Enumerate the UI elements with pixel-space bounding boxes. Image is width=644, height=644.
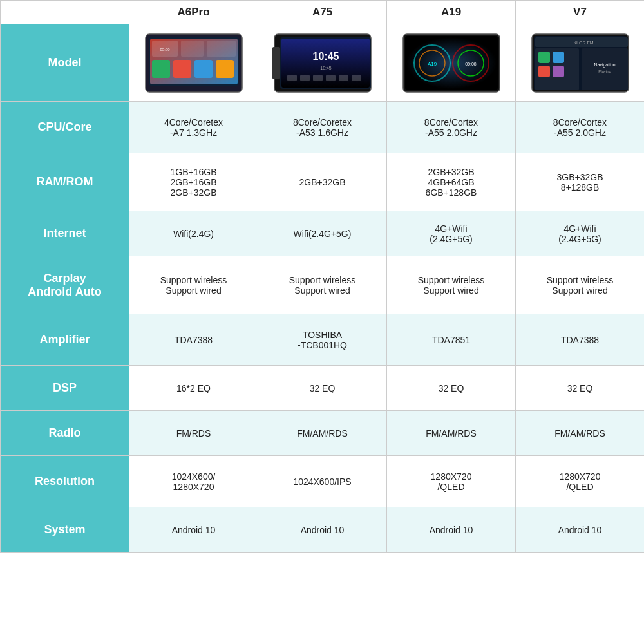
product-img-a75: 10:45 18:45: [271, 31, 374, 95]
a19-svg: A19 09:08: [400, 31, 503, 95]
cpu-col1: 4Core/Coretex -A7 1.3GHz: [129, 102, 258, 153]
product-img-a6pro: 93:30: [142, 31, 245, 95]
ram-col2: 2GB+32GB: [258, 153, 387, 211]
a75-svg: 10:45 18:45: [271, 31, 374, 95]
svg-rect-38: [538, 52, 550, 63]
svg-text:A19: A19: [427, 61, 437, 67]
resolution-col4: 1280X720 /QLED: [516, 456, 645, 507]
header-row: A6Pro A75 A19 V7: [1, 1, 645, 24]
system-label: System: [1, 507, 129, 553]
model-img-col4: KLGR FM Navigation Playing: [516, 24, 645, 102]
carplay-label: Carplay Android Auto: [1, 256, 129, 314]
cpu-col4: 8Core/Cortex -A55 2.0GHz: [516, 102, 645, 153]
svg-rect-19: [313, 75, 323, 81]
amplifier-col3: TDA7851: [387, 314, 516, 366]
ram-col4: 3GB+32GB 8+128GB: [516, 153, 645, 211]
dsp-col2: 32 EQ: [258, 366, 387, 411]
internet-col2: Wifi(2.4G+5G): [258, 211, 387, 256]
internet-col4: 4G+Wifi (2.4G+5G): [516, 211, 645, 256]
svg-rect-6: [207, 41, 236, 57]
radio-col3: FM/AM/RDS: [387, 411, 516, 456]
carplay-col4: Support wireless Support wired: [516, 256, 645, 314]
svg-rect-10: [216, 60, 234, 78]
internet-col3: 4G+Wifi (2.4G+5G): [387, 211, 516, 256]
cpu-label: CPU/Core: [1, 102, 129, 153]
svg-rect-12: [272, 47, 280, 79]
dsp-row: DSP 16*2 EQ 32 EQ 32 EQ 32 EQ: [1, 366, 645, 411]
svg-text:KLGR FM: KLGR FM: [573, 41, 593, 45]
svg-rect-21: [339, 75, 348, 81]
svg-rect-9: [194, 60, 213, 78]
radio-row: Radio FM/RDS FM/AM/RDS FM/AM/RDS FM/AM/R…: [1, 411, 645, 456]
product-img-a19: A19 09:08: [400, 31, 503, 95]
amplifier-row: Amplifier TDA7388 TOSHIBA -TCB001HQ TDA7…: [1, 314, 645, 366]
radio-col1: FM/RDS: [129, 411, 258, 456]
resolution-col1: 1024X600/ 1280X720: [129, 456, 258, 507]
dsp-col3: 32 EQ: [387, 366, 516, 411]
internet-label: Internet: [1, 211, 129, 256]
carplay-row: Carplay Android Auto Support wireless Su…: [1, 256, 645, 314]
svg-rect-17: [287, 75, 297, 81]
svg-rect-40: [538, 66, 550, 77]
amplifier-col2: TOSHIBA -TCB001HQ: [258, 314, 387, 366]
svg-rect-8: [173, 60, 191, 78]
system-col1: Android 10: [129, 507, 258, 553]
dsp-col4: 32 EQ: [516, 366, 645, 411]
header-empty: [1, 1, 129, 24]
svg-text:10:45: 10:45: [312, 51, 339, 62]
radio-col2: FM/AM/RDS: [258, 411, 387, 456]
radio-label: Radio: [1, 411, 129, 456]
model-label: Model: [1, 24, 129, 102]
svg-rect-39: [553, 52, 564, 63]
svg-rect-5: [181, 41, 204, 57]
header-col4: V7: [516, 1, 645, 24]
system-col3: Android 10: [387, 507, 516, 553]
internet-row: Internet Wifi(2.4G) Wifi(2.4G+5G) 4G+Wif…: [1, 211, 645, 256]
svg-rect-18: [300, 75, 310, 81]
system-col4: Android 10: [516, 507, 645, 553]
carplay-col3: Support wireless Support wired: [387, 256, 516, 314]
ram-label: RAM/ROM: [1, 153, 129, 211]
svg-text:Playing: Playing: [598, 70, 611, 73]
a6pro-svg: 93:30: [142, 31, 245, 95]
resolution-col3: 1280X720 /QLED: [387, 456, 516, 507]
model-row: Model 93:30: [1, 24, 645, 102]
product-img-v7: KLGR FM Navigation Playing: [529, 31, 632, 95]
cpu-row: CPU/Core 4Core/Coretex -A7 1.3GHz 8Core/…: [1, 102, 645, 153]
svg-text:18:45: 18:45: [320, 66, 332, 70]
system-col2: Android 10: [258, 507, 387, 553]
ram-row: RAM/ROM 1GB+16GB 2GB+16GB 2GB+32GB 2GB+3…: [1, 153, 645, 211]
radio-col4: FM/AM/RDS: [516, 411, 645, 456]
system-row: System Android 10 Android 10 Android 10 …: [1, 507, 645, 553]
resolution-label: Resolution: [1, 456, 129, 507]
amplifier-col1: TDA7388: [129, 314, 258, 366]
svg-rect-41: [553, 66, 564, 77]
carplay-col2: Support wireless Support wired: [258, 256, 387, 314]
header-col1: A6Pro: [129, 1, 258, 24]
resolution-col2: 1024X600/IPS: [258, 456, 387, 507]
header-col3: A19: [387, 1, 516, 24]
resolution-row: Resolution 1024X600/ 1280X720 1024X600/I…: [1, 456, 645, 507]
model-img-col3: A19 09:08: [387, 24, 516, 102]
svg-text:Navigation: Navigation: [594, 62, 615, 68]
model-img-col2: 10:45 18:45: [258, 24, 387, 102]
dsp-label: DSP: [1, 366, 129, 411]
cpu-col2: 8Core/Coretex -A53 1.6GHz: [258, 102, 387, 153]
carplay-col1: Support wireless Support wired: [129, 256, 258, 314]
amplifier-label: Amplifier: [1, 314, 129, 366]
v7-svg: KLGR FM Navigation Playing: [529, 31, 632, 95]
cpu-col3: 8Core/Cortex -A55 2.0GHz: [387, 102, 516, 153]
svg-rect-25: [406, 37, 497, 89]
internet-col1: Wifi(2.4G): [129, 211, 258, 256]
svg-text:09:08: 09:08: [465, 62, 477, 66]
ram-col3: 2GB+32GB 4GB+64GB 6GB+128GB: [387, 153, 516, 211]
amplifier-col4: TDA7388: [516, 314, 645, 366]
comparison-table: A6Pro A75 A19 V7 Model: [0, 0, 644, 553]
ram-col1: 1GB+16GB 2GB+16GB 2GB+32GB: [129, 153, 258, 211]
svg-rect-7: [152, 60, 170, 78]
svg-rect-20: [326, 75, 336, 81]
svg-rect-22: [352, 75, 361, 81]
model-img-col1: 93:30: [129, 24, 258, 102]
svg-text:93:30: 93:30: [160, 48, 170, 52]
header-col2: A75: [258, 1, 387, 24]
